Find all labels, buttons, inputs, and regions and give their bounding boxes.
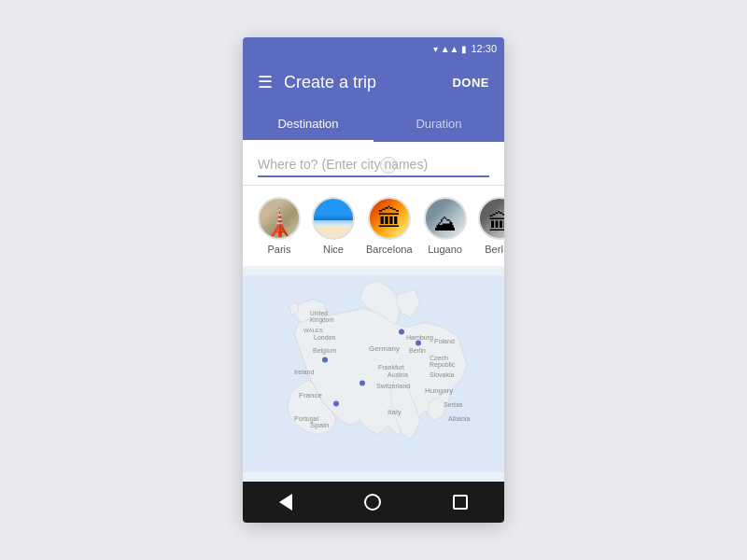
svg-text:Hamburg: Hamburg	[406, 334, 433, 342]
signal-icon: ▲▲	[441, 44, 459, 54]
svg-text:Italy: Italy	[388, 408, 402, 416]
back-button[interactable]	[279, 494, 292, 511]
status-icons: ▾ ▲▲ ▮	[433, 44, 468, 54]
status-time: 12:30	[471, 43, 497, 54]
nav-bar	[243, 482, 504, 523]
city-name-nice: Nice	[323, 244, 344, 255]
city-item-berlin[interactable]: Berl…	[478, 197, 504, 255]
search-cursor	[380, 157, 397, 174]
menu-icon[interactable]: ☰	[258, 72, 273, 92]
recents-button[interactable]	[453, 495, 468, 510]
status-bar: ▾ ▲▲ ▮ 12:30	[243, 37, 504, 60]
search-input-wrapper	[258, 153, 489, 177]
city-name-lugano: Lugano	[428, 244, 462, 255]
home-button[interactable]	[364, 494, 381, 511]
svg-text:Republic: Republic	[430, 361, 456, 369]
svg-text:Belgium: Belgium	[313, 347, 336, 355]
battery-icon: ▮	[461, 44, 467, 54]
app-bar-title: Create a trip	[284, 73, 441, 92]
svg-text:Spain: Spain	[310, 421, 329, 429]
svg-text:Serbia: Serbia	[444, 401, 462, 408]
city-avatar-berlin	[478, 197, 504, 240]
city-name-barcelona: Barcelona	[366, 244, 413, 255]
svg-text:Ireland: Ireland	[294, 369, 315, 375]
svg-text:Kingdom: Kingdom	[310, 316, 334, 324]
city-item-barcelona[interactable]: Barcelona	[366, 197, 413, 255]
map-area[interactable]: Ireland WALES London Belgium France Port…	[243, 266, 504, 482]
svg-text:Austria: Austria	[388, 371, 408, 378]
svg-text:Czech: Czech	[430, 355, 448, 361]
svg-text:Slovakia: Slovakia	[430, 371, 455, 378]
city-name-berlin: Berl…	[485, 244, 504, 255]
svg-text:Frankfurt: Frankfurt	[378, 364, 404, 371]
app-bar: ☰ Create a trip DONE	[243, 60, 504, 105]
wifi-icon: ▾	[433, 44, 438, 54]
svg-text:Berlin: Berlin	[409, 347, 426, 354]
city-item-lugano[interactable]: Lugano	[424, 197, 467, 255]
map-dot-hamburg	[399, 329, 404, 335]
search-area	[243, 142, 504, 186]
city-item-nice[interactable]: Nice	[312, 197, 355, 255]
map-dot-barcelona	[333, 401, 339, 407]
map-dot-paris	[322, 357, 328, 363]
svg-text:Switzerland: Switzerland	[376, 383, 410, 389]
tab-bar: Destination Duration	[243, 105, 504, 142]
map-dot-berlin	[416, 341, 421, 346]
svg-text:Albania: Albania	[448, 415, 470, 422]
map-dot-nice	[359, 381, 365, 386]
svg-text:Hungary: Hungary	[425, 386, 453, 395]
city-item-paris[interactable]: Paris	[258, 197, 301, 255]
svg-text:France: France	[299, 391, 322, 399]
city-avatar-nice	[312, 197, 355, 240]
city-avatar-lugano	[424, 197, 467, 240]
tab-duration[interactable]: Duration	[374, 105, 504, 142]
tab-destination[interactable]: Destination	[243, 105, 374, 142]
search-input[interactable]	[258, 153, 489, 177]
svg-text:Germany: Germany	[369, 344, 400, 353]
svg-text:London: London	[314, 334, 335, 341]
phone-frame: ▾ ▲▲ ▮ 12:30 ☰ Create a trip DONE Destin…	[243, 37, 504, 523]
city-list: Paris Nice Barcelona Lugano Berl…	[243, 186, 504, 266]
svg-text:WALES: WALES	[303, 328, 323, 333]
city-avatar-barcelona	[368, 197, 411, 240]
europe-map: Ireland WALES London Belgium France Port…	[243, 266, 504, 482]
svg-text:United: United	[310, 310, 328, 316]
city-name-paris: Paris	[267, 244, 290, 255]
done-button[interactable]: DONE	[452, 76, 489, 90]
svg-text:Poland: Poland	[434, 338, 455, 344]
city-avatar-paris	[258, 197, 301, 240]
